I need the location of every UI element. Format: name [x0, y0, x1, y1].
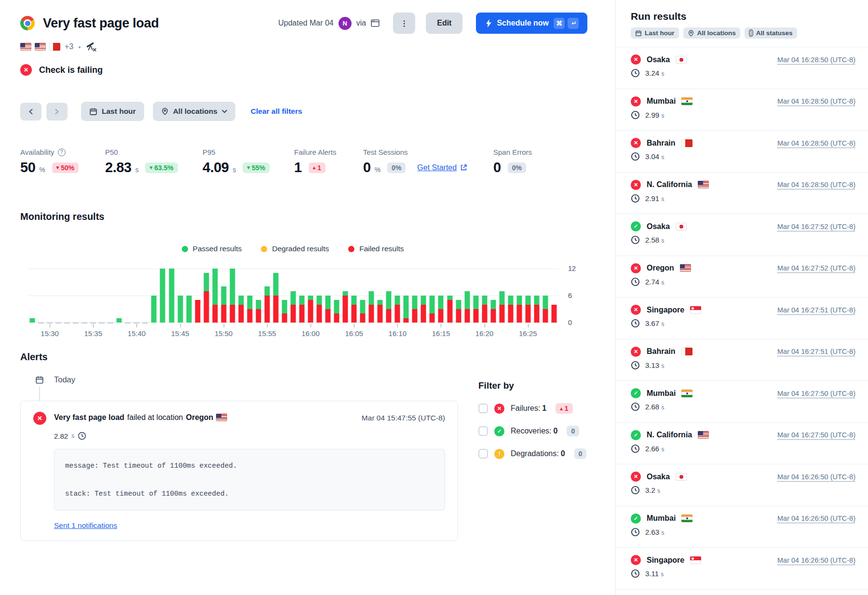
run-result-row[interactable]: ✕MumbaiMar 04 16:28:50 (UTC-8)2.99 s — [616, 89, 868, 131]
run-result-row[interactable]: ✕OsakaMar 04 16:28:50 (UTC-8)3.24 s — [616, 47, 868, 89]
failed-bar[interactable] — [203, 291, 209, 323]
passed-bar[interactable] — [438, 296, 444, 309]
run-timestamp-link[interactable]: Mar 04 16:27:50 (UTC-8) — [777, 431, 855, 439]
passed-bar[interactable] — [534, 296, 539, 305]
failed-bar[interactable] — [221, 305, 226, 323]
run-timestamp-link[interactable]: Mar 04 16:26:50 (UTC-8) — [777, 473, 855, 481]
failed-bar[interactable] — [421, 305, 426, 323]
time-range-button[interactable]: Last hour — [81, 102, 144, 121]
alert-card[interactable]: ✕ Very fast page load failed at location… — [20, 401, 458, 541]
passed-bar[interactable] — [490, 300, 496, 309]
failed-bar[interactable] — [447, 300, 452, 323]
passed-bar[interactable] — [247, 296, 252, 309]
more-actions-button[interactable]: ⋮ — [393, 13, 415, 34]
failed-bar[interactable] — [499, 305, 504, 323]
passed-bar[interactable] — [343, 291, 348, 296]
failed-bar[interactable] — [317, 305, 322, 323]
failed-bar[interactable] — [256, 309, 261, 323]
passed-bar[interactable] — [395, 296, 400, 305]
passed-bar[interactable] — [378, 300, 383, 304]
passed-bar[interactable] — [212, 269, 217, 305]
failed-bar[interactable] — [238, 305, 244, 323]
run-timestamp-link[interactable]: Mar 04 16:28:50 (UTC-8) — [777, 181, 855, 189]
passed-bar[interactable] — [238, 296, 244, 305]
failed-bar[interactable] — [282, 313, 287, 323]
passed-bar[interactable] — [404, 296, 409, 318]
run-timestamp-link[interactable]: Mar 04 16:28:50 (UTC-8) — [777, 97, 855, 105]
run-result-row[interactable]: ✓N. CaliforniaMar 04 16:27:50 (UTC-8)2.6… — [616, 423, 868, 465]
edit-button[interactable]: Edit — [426, 13, 462, 34]
run-timestamp-link[interactable]: Mar 04 16:27:51 (UTC-8) — [777, 306, 855, 314]
checkbox[interactable] — [478, 404, 488, 413]
filter-pill-statuses[interactable]: All statuses — [745, 27, 797, 39]
passed-bar[interactable] — [186, 296, 191, 323]
failed-bar[interactable] — [456, 309, 461, 323]
failed-bar[interactable] — [412, 309, 418, 323]
failed-bar[interactable] — [464, 309, 470, 323]
schedule-now-button[interactable]: Schedule now ⌘ — [476, 13, 587, 34]
passed-bar[interactable] — [169, 269, 174, 323]
passed-bar[interactable] — [464, 291, 470, 309]
passed-bar[interactable] — [299, 296, 304, 305]
avatar[interactable]: N — [339, 17, 352, 30]
filter-pill-pin[interactable]: All locations — [683, 27, 740, 39]
passed-bar[interactable] — [221, 286, 226, 304]
passed-bar[interactable] — [264, 286, 270, 296]
run-result-row[interactable]: ✕BahrainMar 04 16:28:50 (UTC-8)3.04 s — [616, 131, 868, 173]
passed-bar[interactable] — [160, 269, 165, 323]
failed-bar[interactable] — [378, 305, 383, 323]
passed-bar[interactable] — [499, 291, 504, 305]
passed-bar[interactable] — [421, 296, 426, 305]
run-timestamp-link[interactable]: Mar 04 16:27:50 (UTC-8) — [777, 390, 855, 397]
failed-bar[interactable] — [369, 305, 374, 323]
help-icon[interactable]: ? — [58, 149, 66, 156]
failed-bar[interactable] — [490, 309, 496, 323]
run-result-row[interactable]: ✕SingaporeMar 04 16:26:50 (UTC-8)3.11 s — [616, 548, 868, 590]
run-timestamp-link[interactable]: Mar 04 16:27:51 (UTC-8) — [777, 348, 855, 355]
run-result-row[interactable]: ✕N. CaliforniaMar 04 16:28:50 (UTC-8)2.9… — [616, 173, 868, 215]
run-timestamp-link[interactable]: Mar 04 16:27:52 (UTC-8) — [777, 223, 855, 230]
passed-bar[interactable] — [352, 296, 357, 305]
filter-pill-calendar[interactable]: Last hour — [631, 27, 679, 39]
failed-bar[interactable] — [525, 305, 530, 323]
failed-bar[interactable] — [508, 305, 513, 323]
failed-bar[interactable] — [195, 300, 200, 323]
run-result-row[interactable]: ✓MumbaiMar 04 16:26:50 (UTC-8)2.63 s — [616, 506, 868, 548]
failed-bar[interactable] — [438, 309, 444, 323]
failed-bar[interactable] — [395, 305, 400, 323]
passed-bar[interactable] — [290, 291, 296, 305]
passed-bar[interactable] — [525, 296, 530, 305]
passed-bar[interactable] — [386, 291, 392, 309]
passed-bar[interactable] — [308, 296, 313, 300]
failed-bar[interactable] — [482, 305, 487, 323]
passed-bar[interactable] — [177, 296, 183, 323]
passed-bar[interactable] — [117, 318, 122, 323]
passed-bar[interactable] — [447, 296, 452, 300]
failed-bar[interactable] — [352, 305, 357, 323]
failed-bar[interactable] — [542, 309, 548, 323]
locations-filter-button[interactable]: All locations — [153, 102, 235, 121]
failed-bar[interactable] — [473, 309, 478, 323]
clear-filters-link[interactable]: Clear all filters — [251, 107, 302, 116]
failed-bar[interactable] — [516, 305, 522, 323]
passed-bar[interactable] — [456, 300, 461, 309]
failed-bar[interactable] — [273, 296, 278, 323]
run-timestamp-link[interactable]: Mar 04 16:26:50 (UTC-8) — [777, 556, 855, 564]
passed-bar[interactable] — [203, 273, 209, 291]
failed-bar[interactable] — [404, 318, 409, 323]
passed-bar[interactable] — [430, 296, 435, 313]
failed-bar[interactable] — [430, 313, 435, 323]
checkbox[interactable] — [478, 449, 488, 459]
passed-bar[interactable] — [317, 296, 322, 305]
passed-bar[interactable] — [542, 296, 548, 309]
run-result-row[interactable]: ✕BahrainMar 04 16:27:51 (UTC-8)3.13 s — [616, 339, 868, 381]
passed-bar[interactable] — [30, 318, 35, 323]
next-page-button[interactable] — [46, 103, 68, 121]
failed-bar[interactable] — [212, 305, 217, 323]
sent-notifications-link[interactable]: Sent 1 notifications — [54, 521, 117, 530]
failed-bar[interactable] — [534, 305, 539, 323]
failed-bar[interactable] — [230, 305, 235, 323]
failed-bar[interactable] — [551, 305, 556, 323]
passed-bar[interactable] — [473, 296, 478, 309]
failed-bar[interactable] — [326, 309, 331, 323]
